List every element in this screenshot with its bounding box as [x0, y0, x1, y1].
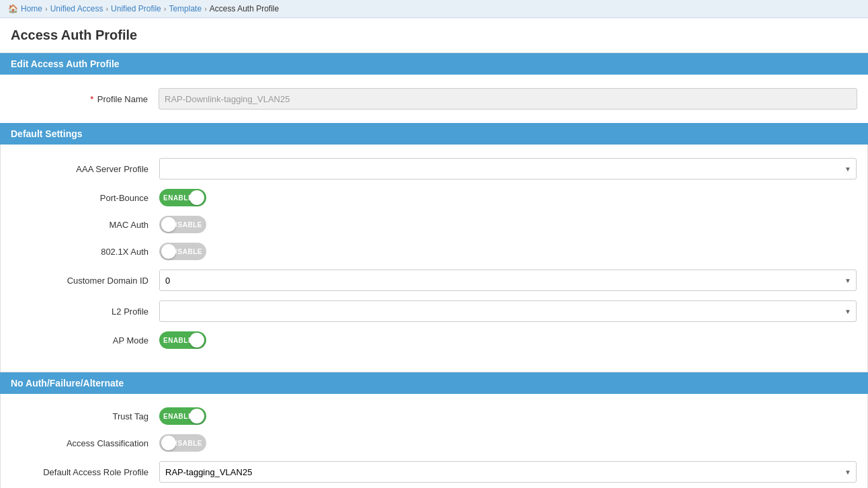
customer-domain-id-row: Customer Domain ID 0: [1, 270, 867, 291]
profile-name-input[interactable]: [159, 88, 857, 110]
default-access-role-profile-select-wrapper[interactable]: RAP-tagging_VLAN25: [159, 461, 857, 483]
l2-profile-row: L2 Profile: [1, 300, 867, 322]
mac-auth-toggle-circle: [161, 217, 176, 232]
edit-section-header: Edit Access Auth Profile: [0, 53, 868, 75]
breadcrumb-unified-profile[interactable]: Unified Profile: [111, 4, 161, 13]
no-auth-form: Trust Tag ENABLE Access Classification D…: [0, 394, 868, 488]
ap-mode-toggle[interactable]: ENABLE: [159, 331, 206, 349]
trust-tag-toggle[interactable]: ENABLE: [159, 407, 206, 425]
home-icon: 🏠: [8, 4, 18, 13]
ap-mode-toggle-label: ENABLE: [163, 337, 193, 344]
dot1x-auth-label: 802.1X Auth: [11, 247, 159, 257]
no-auth-section: No Auth/Failure/Alternate Trust Tag ENAB…: [0, 372, 868, 488]
access-classification-toggle-circle: [161, 436, 176, 450]
aaa-server-profile-select-wrapper[interactable]: [159, 158, 857, 179]
port-bounce-toggle[interactable]: ENABLE: [159, 189, 206, 206]
ap-mode-row: AP Mode ENABLE: [1, 331, 867, 349]
port-bounce-label: Port-Bounce: [11, 193, 159, 203]
aaa-server-profile-select[interactable]: [159, 158, 857, 179]
breadcrumb-template[interactable]: Template: [169, 4, 202, 13]
no-auth-header: No Auth/Failure/Alternate: [0, 372, 868, 394]
access-classification-row: Access Classification DISABLE: [1, 434, 867, 452]
default-access-role-profile-label: Default Access Role Profile: [11, 467, 159, 477]
dot1x-auth-toggle-circle: [161, 244, 176, 259]
trust-tag-label: Trust Tag: [11, 411, 159, 421]
customer-domain-id-label: Customer Domain ID: [11, 276, 159, 286]
dot1x-auth-toggle[interactable]: DISABLE: [159, 243, 206, 260]
trust-tag-row: Trust Tag ENABLE: [1, 407, 867, 425]
port-bounce-toggle-circle: [189, 190, 204, 205]
default-access-role-profile-select[interactable]: RAP-tagging_VLAN25: [159, 461, 857, 483]
port-bounce-toggle-label: ENABLE: [163, 194, 193, 202]
page-title: Access Auth Profile: [0, 18, 868, 53]
mac-auth-row: MAC Auth DISABLE: [1, 216, 867, 233]
access-classification-label: Access Classification: [11, 438, 159, 448]
breadcrumb-unified-access[interactable]: Unified Access: [50, 4, 103, 13]
default-settings-header: Default Settings: [0, 123, 868, 145]
customer-domain-id-select-wrapper[interactable]: 0: [159, 270, 857, 291]
default-access-role-profile-row: Default Access Role Profile RAP-tagging_…: [1, 461, 867, 483]
aaa-server-profile-row: AAA Server Profile: [1, 158, 867, 179]
dot1x-auth-row: 802.1X Auth DISABLE: [1, 243, 867, 260]
default-settings-form: AAA Server Profile Port-Bounce ENABLE MA…: [0, 145, 868, 372]
ap-mode-label: AP Mode: [11, 335, 159, 345]
l2-profile-select-wrapper[interactable]: [159, 300, 857, 322]
l2-profile-label: L2 Profile: [11, 307, 159, 317]
mac-auth-label: MAC Auth: [11, 220, 159, 230]
trust-tag-toggle-label: ENABLE: [163, 413, 193, 420]
profile-name-row: * Profile Name: [0, 75, 868, 123]
profile-name-label: * Profile Name: [11, 94, 159, 104]
breadcrumb-home[interactable]: Home: [21, 4, 42, 13]
customer-domain-id-select[interactable]: 0: [159, 270, 857, 291]
breadcrumb: 🏠 Home › Unified Access › Unified Profil…: [0, 0, 868, 18]
mac-auth-toggle[interactable]: DISABLE: [159, 216, 206, 233]
port-bounce-row: Port-Bounce ENABLE: [1, 189, 867, 206]
trust-tag-toggle-circle: [189, 409, 204, 423]
breadcrumb-current: Access Auth Profile: [210, 4, 279, 13]
ap-mode-toggle-circle: [189, 333, 204, 348]
default-settings-section: Default Settings AAA Server Profile Port…: [0, 123, 868, 372]
l2-profile-select[interactable]: [159, 300, 857, 322]
access-classification-toggle[interactable]: DISABLE: [159, 434, 206, 452]
aaa-server-profile-label: AAA Server Profile: [11, 164, 159, 174]
